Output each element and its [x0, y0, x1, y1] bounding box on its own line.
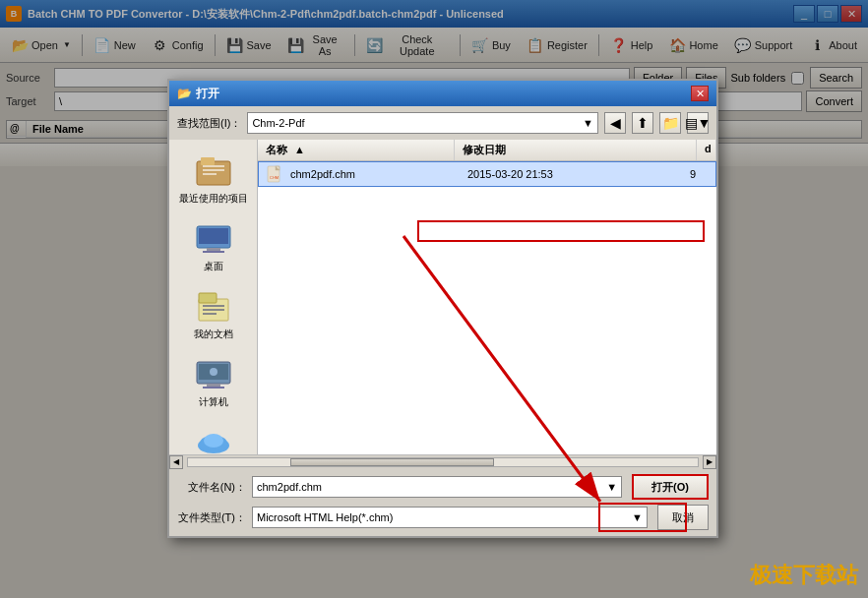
- documents-label: 我的文档: [194, 328, 233, 341]
- nav-back-button[interactable]: ◀: [604, 112, 626, 134]
- computer-icon: [194, 357, 233, 392]
- dialog-title-icon: 📂: [177, 87, 192, 100]
- hscroll-left-button[interactable]: ◀: [169, 455, 183, 469]
- recent-icon: [194, 153, 233, 189]
- sidebar-item-cloud[interactable]: WPS云文档: [174, 421, 253, 454]
- open-button[interactable]: 打开(O): [632, 474, 709, 500]
- svg-rect-8: [203, 251, 224, 253]
- svg-rect-1: [201, 157, 215, 165]
- file-name-chm2pdf: chm2pdf.chm: [290, 168, 467, 180]
- filelist-header: 名称 ▲ 修改日期 d: [258, 140, 716, 161]
- filetype-combo[interactable]: Microsoft HTML Help(*.chm) ▼: [252, 507, 648, 528]
- col-name-label: 名称: [266, 144, 287, 155]
- filename-row: 文件名(N)： chm2pdf.chm ▼ 打开(O): [177, 474, 709, 500]
- filetype-value: Microsoft HTML Help(*.chm): [257, 511, 393, 523]
- dialog-bottom: 文件名(N)： chm2pdf.chm ▼ 打开(O) 文件类型(T)： Mic…: [169, 468, 716, 536]
- dialog-title-bar: 📂 打开 ✕: [169, 81, 716, 106]
- location-value: Chm-2-Pdf: [252, 117, 304, 129]
- dialog-sidebar: 最近使用的项目 桌面: [169, 140, 258, 454]
- svg-text:CHM: CHM: [270, 175, 279, 180]
- svg-rect-13: [203, 313, 217, 315]
- cloud-icon: [194, 425, 233, 454]
- dialog-filelist: 名称 ▲ 修改日期 d: [258, 140, 716, 454]
- file-row-chm2pdf[interactable]: CHM chm2pdf.chm 2015-03-20 21:53 9: [258, 161, 716, 187]
- col-name-sort-icon: ▲: [294, 144, 305, 155]
- chm-file-icon: CHM: [265, 165, 284, 183]
- nav-up-button[interactable]: ⬆: [632, 112, 653, 134]
- svg-point-18: [210, 368, 217, 376]
- svg-rect-6: [199, 228, 228, 244]
- svg-rect-4: [203, 173, 217, 175]
- svg-rect-17: [203, 387, 224, 389]
- svg-rect-10: [199, 293, 217, 303]
- nav-view-button[interactable]: ▤▼: [687, 112, 709, 134]
- col-extra-label: d: [705, 143, 712, 154]
- sidebar-item-computer[interactable]: 计算机: [174, 353, 253, 413]
- filename-value: chm2pdf.chm: [257, 481, 322, 493]
- dialog-close-button[interactable]: ✕: [691, 86, 709, 101]
- filetype-dropdown-arrow: ▼: [632, 511, 643, 523]
- sidebar-item-documents[interactable]: 我的文档: [174, 285, 253, 345]
- filetype-row: 文件类型(T)： Microsoft HTML Help(*.chm) ▼ 取消: [177, 505, 709, 530]
- hscroll-track[interactable]: [187, 457, 699, 467]
- location-label: 查找范围(I)：: [177, 116, 241, 131]
- svg-point-22: [204, 434, 223, 448]
- sidebar-item-desktop[interactable]: 桌面: [174, 217, 253, 277]
- desktop-icon: [194, 221, 233, 257]
- svg-rect-11: [203, 305, 224, 307]
- col-extra-header: d: [697, 140, 716, 160]
- cancel-button[interactable]: 取消: [657, 505, 709, 530]
- file-extra-chm2pdf: 9: [690, 168, 710, 180]
- col-name-header[interactable]: 名称 ▲: [258, 140, 455, 160]
- svg-rect-3: [203, 169, 224, 171]
- dialog-hscroll[interactable]: ◀ ▶: [169, 454, 716, 468]
- computer-label: 计算机: [199, 395, 228, 409]
- nav-new-folder-button[interactable]: 📁: [659, 112, 681, 134]
- col-date-label: 修改日期: [463, 144, 506, 155]
- sidebar-item-recent[interactable]: 最近使用的项目: [174, 150, 253, 209]
- file-date-chm2pdf: 2015-03-20 21:53: [467, 168, 690, 180]
- svg-rect-12: [203, 309, 224, 311]
- filename-dropdown-arrow: ▼: [606, 481, 617, 493]
- hscroll-thumb[interactable]: [290, 458, 494, 466]
- documents-icon: [194, 289, 233, 325]
- svg-rect-2: [203, 165, 224, 167]
- svg-rect-7: [207, 248, 220, 251]
- hscroll-right-button[interactable]: ▶: [703, 455, 716, 469]
- desktop-label: 桌面: [204, 260, 223, 273]
- filetype-label: 文件类型(T)：: [177, 510, 246, 525]
- dialog-title-text: 打开: [196, 86, 219, 102]
- open-dialog: 📂 打开 ✕ 查找范围(I)： Chm-2-Pdf ▼ ◀ ⬆ 📁 ▤▼: [167, 79, 718, 538]
- dialog-body: 最近使用的项目 桌面: [169, 140, 716, 454]
- svg-rect-16: [207, 384, 220, 387]
- dialog-overlay: 📂 打开 ✕ 查找范围(I)： Chm-2-Pdf ▼ ◀ ⬆ 📁 ▤▼: [0, 0, 868, 598]
- location-dropdown-arrow: ▼: [583, 117, 593, 129]
- filename-label: 文件名(N)：: [177, 480, 246, 495]
- dialog-toolbar: 查找范围(I)： Chm-2-Pdf ▼ ◀ ⬆ 📁 ▤▼: [169, 106, 716, 140]
- recent-label: 最近使用的项目: [179, 192, 248, 206]
- col-date-header[interactable]: 修改日期: [455, 140, 697, 160]
- watermark: 极速下载站: [750, 561, 858, 590]
- filename-combo[interactable]: chm2pdf.chm ▼: [252, 476, 622, 498]
- location-combo[interactable]: Chm-2-Pdf ▼: [247, 112, 598, 134]
